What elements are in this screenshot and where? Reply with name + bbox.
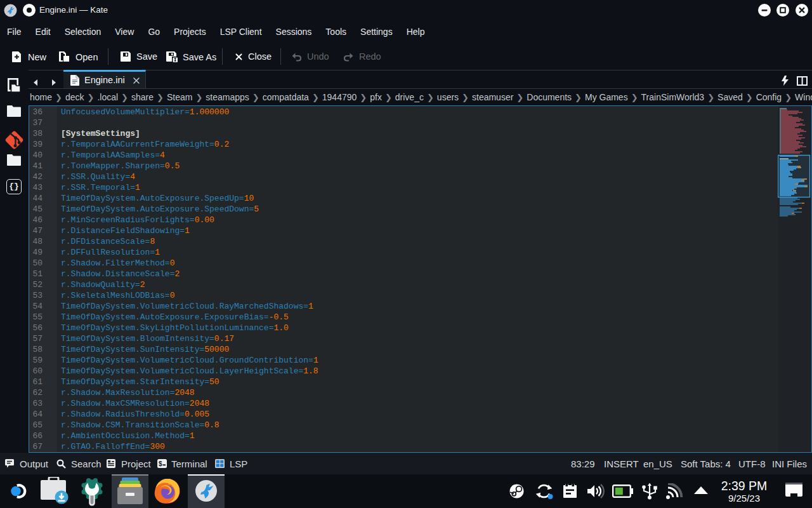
- svg-text:$: $: [159, 460, 162, 467]
